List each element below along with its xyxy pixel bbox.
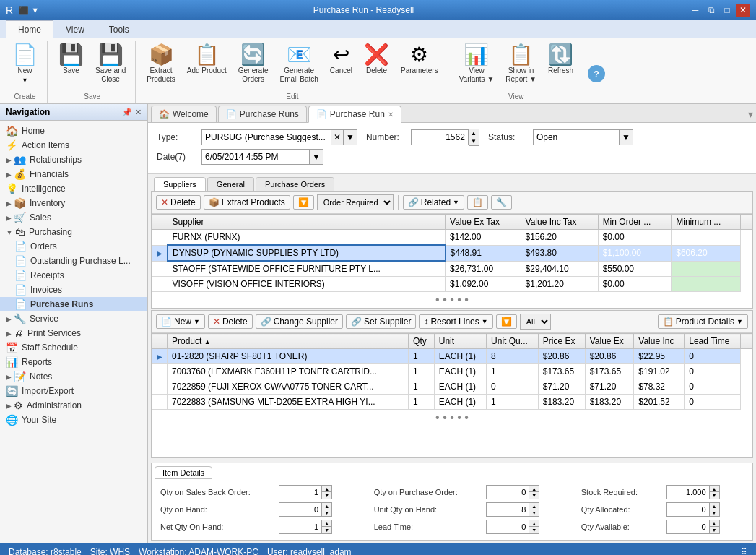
sidebar-item-inventory[interactable]: ▶ 📦 Inventory [0,196,147,210]
tab-purchase-runs[interactable]: 📄 Purchase Runs [218,106,307,122]
products-delete-btn[interactable]: ✕ Delete [208,314,253,329]
close-btn[interactable]: ✕ [736,4,750,17]
prod-name-4[interactable]: 7022883 (SAMSUNG MLT-D205E EXTRA HIGH YI… [168,395,409,410]
supplier-cell-4[interactable]: VISOFF (VISION OFFICE INTERIORS) [168,277,446,292]
qty-hand-down[interactable]: ▼ [322,509,332,517]
prod-price-4[interactable]: $183.20 [538,395,585,410]
qty-alloc-down[interactable]: ▼ [710,509,720,517]
min-order-cell[interactable]: $0.00 [598,230,672,246]
suppliers-delete-btn[interactable]: ✕ Delete [156,195,201,210]
minimum-cell-4[interactable] [672,277,741,292]
resort-lines-btn[interactable]: ↕ Resort Lines ▼ [419,314,492,329]
table-row[interactable]: STAOFF (STATEWIDE OFFICE FURNITURE PTY L… [152,261,752,277]
products-filter-btn[interactable]: 🔽 [496,314,517,329]
nav-close-btn[interactable]: ✕ [135,108,142,117]
qty-purch-up[interactable]: ▲ [529,485,539,492]
sidebar-item-purchasing[interactable]: ▼ 🛍 Purchasing [0,225,147,239]
prod-valuei-4[interactable]: $201.52 [634,395,685,410]
value-ex-cell-4[interactable]: $1,092.00 [446,277,521,292]
tab-home[interactable]: Home [6,20,53,38]
prod-unitqu-1[interactable]: 8 [487,349,539,364]
sidebar-item-home[interactable]: 🏠 Home [0,124,147,138]
show-report-button[interactable]: 📋 Show inReport ▼ [500,41,542,87]
qty-allocated-field[interactable] [666,502,710,517]
prod-col-value-ex[interactable]: Value Ex [585,334,634,349]
parameters-button[interactable]: ⚙ Parameters [396,41,443,79]
sidebar-item-orders[interactable]: 📄 Orders [0,239,147,254]
prod-unitqu-2[interactable]: 1 [487,364,539,379]
cancel-button[interactable]: ↩ Cancel [325,41,357,79]
number-up-btn[interactable]: ▲ [469,129,479,137]
net-qty-field[interactable] [279,520,322,534]
sidebar-item-outstanding[interactable]: 📄 Outstanding Purchase L... [0,254,147,268]
table-row[interactable]: ▶ 01-2820 (SHARP SF80T1 TONER) 1 EACH (1… [152,349,752,364]
min-order-cell-3[interactable]: $550.00 [598,261,672,277]
prod-col-product[interactable]: Product ▲ [168,334,409,349]
prod-valuei-2[interactable]: $191.02 [634,364,685,379]
number-down-btn[interactable]: ▼ [469,137,479,145]
table-row[interactable]: 7022859 (FUJI XEROX CWAA0775 TONER CART.… [152,379,752,395]
prod-qty-3[interactable]: 1 [409,379,435,395]
supplier-cell-2[interactable]: DYNSUP (DYNAMIC SUPPLIES PTY LTD) [168,245,446,261]
prod-lead-4[interactable]: 0 [685,395,741,410]
sidebar-item-financials[interactable]: ▶ 💰 Financials [0,167,147,181]
related-btn[interactable]: 🔗 Related ▼ [403,195,464,210]
net-qty-down[interactable]: ▼ [322,527,332,534]
value-inc-cell-2[interactable]: $493.80 [521,245,598,261]
supplier-cell[interactable]: FURNX (FURNX) [168,230,446,246]
type-input[interactable] [201,129,331,145]
help-button[interactable]: ? [588,65,605,82]
stock-required-field[interactable] [666,485,710,499]
sidebar-item-import-export[interactable]: 🔄 Import/Export [0,384,147,398]
prod-qty-2[interactable]: 1 [409,364,435,379]
table-row[interactable]: ▶ DYNSUP (DYNAMIC SUPPLIES PTY LTD) $448… [152,245,752,261]
minimum-cell-2[interactable]: $606.20 [672,245,741,261]
delete-button[interactable]: ❌ Delete [359,41,394,79]
prod-price-3[interactable]: $71.20 [538,379,585,395]
status-input[interactable] [533,129,620,145]
prod-col-unit-qu[interactable]: Unit Qu... [487,334,539,349]
prod-lead-2[interactable]: 0 [685,364,741,379]
prod-valuex-3[interactable]: $71.20 [585,379,634,395]
prod-valuex-4[interactable]: $183.20 [585,395,634,410]
value-ex-cell[interactable]: $142.00 [446,230,521,246]
lead-time-field[interactable] [486,520,529,534]
change-supplier-btn[interactable]: 🔗 Change Supplier [256,314,343,329]
table-row[interactable]: VISOFF (VISION OFFICE INTERIORS) $1,092.… [152,277,752,292]
tab-general[interactable]: General [207,177,254,191]
type-clear-btn[interactable]: ✕ [331,129,344,145]
restore-btn[interactable]: ⧉ [704,4,718,17]
prod-col-value-inc[interactable]: Value Inc [634,334,685,349]
supplier-cell-3[interactable]: STAOFF (STATEWIDE OFFICE FURNITURE PTY L… [168,261,446,277]
table-row[interactable]: 7022883 (SAMSUNG MLT-D205E EXTRA HIGH YI… [152,395,752,410]
qty-available-field[interactable] [666,520,710,534]
suppliers-extract-btn[interactable]: 📦 Extract Products [204,195,290,210]
table-row[interactable]: FURNX (FURNX) $142.00 $156.20 $0.00 [152,230,752,246]
item-details-tab[interactable]: Item Details [155,466,212,479]
prod-valuei-1[interactable]: $22.95 [634,349,685,364]
prod-valuex-2[interactable]: $173.65 [585,364,634,379]
value-ex-cell-2[interactable]: $448.91 [446,245,521,261]
tab-dropdown-btn[interactable]: ▾ [748,108,753,120]
qty-purch-down[interactable]: ▼ [529,492,539,499]
stock-down[interactable]: ▼ [710,492,720,499]
sidebar-item-reports[interactable]: 📊 Reports [0,355,147,369]
prod-price-2[interactable]: $173.65 [538,364,585,379]
lead-up[interactable]: ▲ [529,520,539,527]
grid-tool-btn[interactable]: 🔧 [491,195,512,210]
product-details-btn[interactable]: 📋 Product Details ▼ [658,314,748,329]
qty-back-down[interactable]: ▼ [322,492,332,499]
prod-unitqu-3[interactable]: 0 [487,379,539,395]
value-inc-cell-3[interactable]: $29,404.10 [521,261,598,277]
view-variants-button[interactable]: 📊 ViewVariants ▼ [454,41,500,87]
table-row[interactable]: 7003760 (LEXMARK E360H11P TONER CARTRID.… [152,364,752,379]
unit-qty-up[interactable]: ▲ [529,502,539,509]
products-new-btn[interactable]: 📄 New ▼ [156,314,205,329]
prod-col-unit[interactable]: Unit [434,334,486,349]
net-qty-up[interactable]: ▲ [322,520,332,527]
tab-welcome[interactable]: 🏠 Welcome [151,106,217,122]
prod-name-3[interactable]: 7022859 (FUJI XEROX CWAA0775 TONER CART.… [168,379,409,395]
sidebar-item-purchase-runs[interactable]: 📄 Purchase Runs [0,297,147,311]
stock-up[interactable]: ▲ [710,485,720,492]
qty-hand-up[interactable]: ▲ [322,502,332,509]
